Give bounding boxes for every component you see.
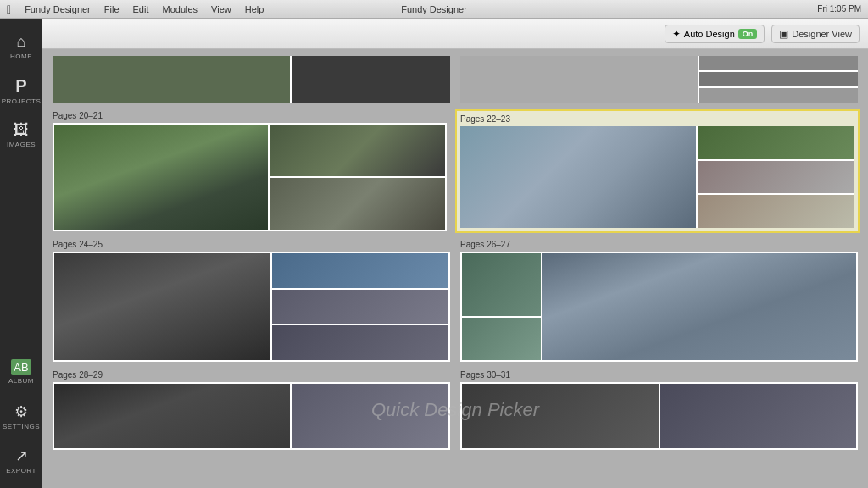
projects-icon: P <box>15 76 26 96</box>
sidebar-item-export[interactable]: ↗ EXPORT <box>3 439 40 481</box>
grid-row-3: Pages 28–29 Pages 30–31 Quick <box>53 370 858 450</box>
sidebar-item-settings[interactable]: ⚙ SETTINGS <box>3 395 40 437</box>
sidebar-item-images-label: IMAGES <box>7 141 36 148</box>
images-icon: 🖼 <box>14 121 29 139</box>
spread-20-21[interactable]: Pages 20–21 <box>53 111 447 231</box>
menu-fundy-designer[interactable]: Fundy Designer <box>25 4 91 14</box>
spread-partial-right[interactable] <box>460 56 858 103</box>
time-display: Fri 1:05 PM <box>817 4 861 14</box>
grid-area[interactable]: Pages 20–21 Pages 22–23 <box>42 49 868 488</box>
spread-30-31[interactable]: Pages 30–31 <box>460 370 858 450</box>
auto-design-button[interactable]: ✦ Auto Design On <box>665 25 765 43</box>
sidebar-item-projects-label: PROJECTS <box>2 97 42 105</box>
designer-view-button[interactable]: ▣ Designer View <box>771 25 860 43</box>
settings-icon: ⚙ <box>14 402 28 421</box>
sidebar-item-settings-label: SETTINGS <box>3 423 40 430</box>
auto-design-status: On <box>738 29 758 39</box>
menu-edit[interactable]: Edit <box>133 4 149 14</box>
spread-28-29[interactable]: Pages 28–29 <box>53 370 450 450</box>
grid-row-1: Pages 20–21 Pages 22–23 <box>53 111 858 231</box>
menubar:  Fundy Designer File Edit Modules View … <box>0 0 868 19</box>
window-title: Fundy Designer <box>401 4 467 14</box>
designer-view-label: Designer View <box>792 29 852 39</box>
page-label-30-31: Pages 30–31 <box>460 370 858 380</box>
spread-26-27[interactable]: Pages 26–27 <box>460 240 858 362</box>
sidebar-item-images[interactable]: 🖼 IMAGES <box>3 114 40 156</box>
main-content: ✦ Auto Design On ▣ Designer View <box>42 19 868 488</box>
auto-design-label: Auto Design <box>684 29 735 39</box>
spread-22-23[interactable]: Pages 22–23 <box>457 111 858 231</box>
grid-row-2: Pages 24–25 Pages 26–27 <box>53 240 858 362</box>
toolbar: ✦ Auto Design On ▣ Designer View <box>42 19 868 49</box>
spread-partial-left[interactable] <box>53 56 450 103</box>
page-label-22-23: Pages 22–23 <box>460 114 854 124</box>
menu-modules[interactable]: Modules <box>162 4 198 14</box>
sidebar: ⌂ HOME P PROJECTS 🖼 IMAGES AB ALBUM ⚙ SE… <box>0 19 42 488</box>
app-window: ⌂ HOME P PROJECTS 🖼 IMAGES AB ALBUM ⚙ SE… <box>0 19 868 488</box>
designer-view-icon: ▣ <box>779 28 788 40</box>
grid-row-top <box>53 56 858 103</box>
menubar-right: Fri 1:05 PM <box>817 4 861 14</box>
menu-help[interactable]: Help <box>245 4 264 14</box>
sidebar-item-home[interactable]: ⌂ HOME <box>3 25 40 68</box>
menu-view[interactable]: View <box>211 4 231 14</box>
sidebar-bottom: AB ALBUM ⚙ SETTINGS ↗ EXPORT <box>3 351 40 488</box>
sidebar-item-projects[interactable]: P PROJECTS <box>3 69 40 112</box>
album-icon: AB <box>11 359 31 375</box>
auto-design-icon: ✦ <box>672 28 681 40</box>
home-icon: ⌂ <box>17 33 26 51</box>
apple-menu-icon[interactable]:  <box>7 3 11 16</box>
sidebar-item-home-label: HOME <box>10 53 32 60</box>
sidebar-item-export-label: EXPORT <box>6 467 36 474</box>
page-label-26-27: Pages 26–27 <box>460 240 858 249</box>
page-label-28-29: Pages 28–29 <box>53 370 450 380</box>
menu-file[interactable]: File <box>104 4 120 14</box>
page-label-20-21: Pages 20–21 <box>53 111 447 120</box>
sidebar-item-album-label: ALBUM <box>8 377 34 385</box>
export-icon: ↗ <box>15 446 28 465</box>
page-label-24-25: Pages 24–25 <box>53 240 450 249</box>
sidebar-item-album[interactable]: AB ALBUM <box>3 351 40 393</box>
spread-24-25[interactable]: Pages 24–25 <box>53 240 450 362</box>
